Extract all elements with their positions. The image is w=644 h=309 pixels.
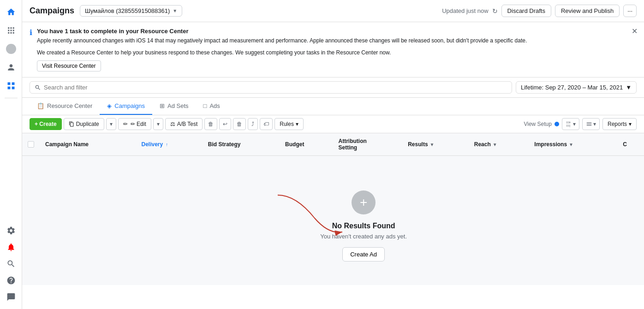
- empty-subtitle: You haven't created any ads yet.: [320, 233, 407, 240]
- trash-button[interactable]: 🗑: [233, 118, 246, 130]
- discard-drafts-button[interactable]: Discard Drafts: [501, 5, 551, 17]
- edit-label: ✏ Edit: [131, 121, 146, 127]
- search-input-wrap[interactable]: [30, 81, 512, 94]
- visit-resource-center-button[interactable]: Visit Resource Center: [37, 60, 101, 71]
- refresh-icon[interactable]: ↻: [492, 7, 498, 15]
- create-ad-button[interactable]: Create Ad: [342, 247, 385, 261]
- duplicate-icon: [69, 121, 74, 127]
- toolbar: + Create Duplicate ▾ ✏ ✏ Edit ▾ ⚖ A/B Te…: [22, 115, 644, 133]
- chevron-icon: ▾: [573, 121, 576, 127]
- review-publish-button[interactable]: Review and Publish: [555, 5, 620, 17]
- info-icon: ℹ: [30, 28, 32, 37]
- toolbar-right: View Setup ▾ ▾ Reports ▾: [524, 118, 637, 130]
- close-banner-icon[interactable]: ✕: [632, 27, 638, 36]
- delete-button[interactable]: 🗑: [204, 118, 217, 130]
- reports-label: Reports: [608, 121, 627, 127]
- create-button[interactable]: + Create: [30, 118, 62, 130]
- apps-icon[interactable]: [3, 22, 19, 39]
- rules-button[interactable]: Rules ▾: [274, 118, 304, 130]
- campaigns-table: Campaign Name Delivery ↑ Bid Strategy Bu…: [22, 133, 644, 156]
- ads-icon: □: [203, 102, 207, 109]
- th-checkbox: [22, 133, 40, 156]
- reports-chevron-icon: ▾: [629, 121, 632, 127]
- th-c[interactable]: C: [617, 133, 644, 156]
- tag-button[interactable]: 🏷: [260, 118, 273, 130]
- help-icon[interactable]: [3, 272, 19, 289]
- table-header-row: Campaign Name Delivery ↑ Bid Strategy Bu…: [22, 133, 644, 156]
- duplicate-label: Duplicate: [76, 121, 99, 127]
- chevron-down-icon: ▼: [173, 8, 177, 13]
- view-setup-label: View Setup: [524, 121, 552, 127]
- th-budget[interactable]: Budget: [280, 133, 333, 156]
- th-reach[interactable]: Reach ▼: [469, 133, 529, 156]
- tab-resource-center[interactable]: 📋 Resource Center: [30, 98, 100, 115]
- th-impressions[interactable]: Impressions ▼: [529, 133, 617, 156]
- view-setup-dot: [555, 122, 559, 126]
- banner-line1: Apple recently announced changes with iO…: [37, 36, 527, 45]
- rules-chevron-icon: ▾: [296, 121, 298, 127]
- ab-test-label: A/B Test: [177, 121, 197, 127]
- undo-button[interactable]: ↩: [219, 118, 231, 130]
- ab-test-icon: ⚖: [170, 121, 175, 127]
- empty-title: No Results Found: [332, 222, 395, 230]
- th-results[interactable]: Results ▼: [402, 133, 469, 156]
- audience-icon[interactable]: [3, 59, 19, 76]
- resource-center-icon: 📋: [37, 102, 44, 109]
- account-circle-icon[interactable]: [3, 41, 19, 57]
- account-selector[interactable]: Шумайлов (328555915088361) ▼: [80, 5, 182, 17]
- home-icon[interactable]: [3, 4, 19, 20]
- sidebar-bottom: [3, 222, 19, 305]
- tab-campaigns[interactable]: ◈ Campaigns: [100, 98, 152, 115]
- rules-label: Rules: [280, 121, 294, 127]
- tabs-bar: 📋 Resource Center ◈ Campaigns ⊞ Ad Sets …: [22, 98, 644, 115]
- feedback-icon[interactable]: [3, 289, 19, 305]
- edit-icon: ✏: [123, 121, 128, 127]
- reports-button[interactable]: Reports ▾: [602, 118, 637, 130]
- create-label: + Create: [35, 121, 57, 127]
- header: Campaigns Шумайлов (328555915088361) ▼ U…: [22, 0, 644, 22]
- tab-resource-center-label: Resource Center: [47, 102, 92, 109]
- divider: [5, 98, 18, 98]
- table-container: Campaign Name Delivery ↑ Bid Strategy Bu…: [22, 133, 644, 309]
- banner-content: You have 1 task to complete in your Reso…: [37, 28, 527, 71]
- export-button[interactable]: ⤴: [248, 118, 258, 130]
- info-banner: ℹ You have 1 task to complete in your Re…: [22, 22, 644, 77]
- th-attribution-setting[interactable]: AttributionSetting: [333, 133, 403, 156]
- th-bid-strategy[interactable]: Bid Strategy: [203, 133, 280, 156]
- date-range-selector[interactable]: Lifetime: Sep 27, 2020 – Mar 15, 2021 ▼: [516, 81, 637, 94]
- row-height-icon[interactable]: ▾: [582, 118, 600, 130]
- account-name: Шумайлов (328555915088361): [85, 7, 170, 14]
- view-setup[interactable]: View Setup: [524, 121, 559, 127]
- th-delivery[interactable]: Delivery ↑: [136, 133, 203, 156]
- row-chevron-icon: ▾: [593, 121, 596, 127]
- updated-text: Updated just now: [442, 7, 488, 14]
- date-chevron-icon: ▼: [626, 84, 632, 91]
- search-bar: Lifetime: Sep 27, 2020 – Mar 15, 2021 ▼: [22, 77, 644, 98]
- banner-title: You have 1 task to complete in your Reso…: [37, 28, 527, 35]
- header-right: Updated just now ↻ Discard Drafts Review…: [442, 5, 637, 17]
- dropdown-arrow-button[interactable]: ▾: [106, 118, 116, 130]
- tab-ads[interactable]: □ Ads: [196, 98, 227, 115]
- add-campaign-icon[interactable]: +: [352, 190, 376, 214]
- duplicate-button[interactable]: Duplicate: [64, 118, 104, 130]
- settings-icon[interactable]: [3, 222, 19, 239]
- th-campaign-name[interactable]: Campaign Name: [40, 133, 136, 156]
- notifications-icon[interactable]: [3, 239, 19, 256]
- edit-dropdown-button[interactable]: ▾: [153, 118, 163, 130]
- campaigns-tab-icon: ◈: [107, 102, 112, 109]
- search-input[interactable]: [44, 84, 507, 91]
- empty-state: + No Results Found You haven't created a…: [22, 156, 644, 285]
- select-all-checkbox[interactable]: [28, 141, 34, 148]
- main-content: Campaigns Шумайлов (328555915088361) ▼ U…: [22, 0, 644, 309]
- edit-button[interactable]: ✏ ✏ Edit: [118, 118, 151, 130]
- tab-ad-sets[interactable]: ⊞ Ad Sets: [152, 98, 196, 115]
- more-options-button[interactable]: ···: [623, 5, 637, 17]
- tab-campaigns-label: Campaigns: [114, 102, 145, 109]
- page-title: Campaigns: [30, 6, 74, 16]
- columns-view-icon[interactable]: ▾: [562, 118, 579, 130]
- ab-test-button[interactable]: ⚖ A/B Test: [165, 118, 203, 130]
- tab-ads-label: Ads: [209, 102, 220, 109]
- date-range-text: Lifetime: Sep 27, 2020 – Mar 15, 2021: [521, 84, 623, 91]
- search-bottom-icon[interactable]: [3, 256, 19, 272]
- campaigns-icon[interactable]: [3, 77, 19, 94]
